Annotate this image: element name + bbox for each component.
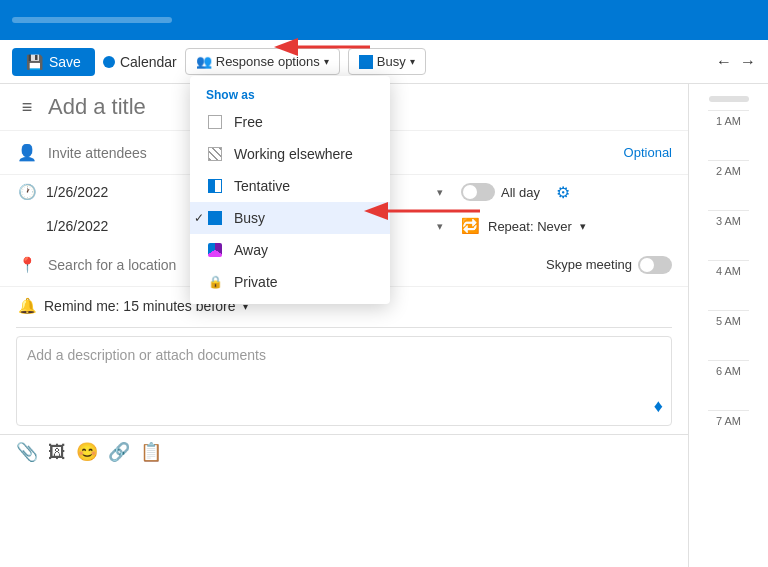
title-icon: ≡ (16, 96, 38, 118)
optional-link[interactable]: Optional (624, 145, 672, 160)
calendar-dot (103, 56, 115, 68)
skype-toggle-track[interactable] (638, 256, 672, 274)
description-placeholder: Add a description or attach documents (27, 347, 266, 363)
bottom-toolbar: 📎 🖼 😊 🔗 📋 (0, 434, 688, 469)
busy-chevron-icon: ▾ (410, 56, 415, 67)
tentative-label: Tentative (234, 178, 290, 194)
dropdown-item-free[interactable]: Free (190, 106, 390, 138)
response-icon: 👥 (196, 54, 212, 69)
away-icon (206, 241, 224, 259)
skype-toggle-row: Skype meeting (546, 256, 672, 274)
save-button[interactable]: 💾 Save (12, 48, 95, 76)
more-icon[interactable]: 📋 (140, 441, 162, 463)
nav-back-button[interactable]: ← (716, 53, 732, 71)
right-time-panel: 1 AM 2 AM 3 AM 4 AM 5 AM 6 AM 7 AM (688, 84, 768, 567)
working-label: Working elsewhere (234, 146, 353, 162)
busy-label: Busy (377, 54, 406, 69)
time-slot-4am: 4 AM (708, 260, 749, 310)
red-arrow-toolbar (260, 32, 380, 62)
nav-forward-button[interactable]: → (740, 53, 756, 71)
attach-icon[interactable]: 📎 (16, 441, 38, 463)
dropdown-header: Show as (190, 82, 390, 106)
save-label: Save (49, 54, 81, 70)
time-slot-7am: 7 AM (708, 410, 749, 460)
calendar-indicator: Calendar (103, 54, 177, 70)
all-day-label: All day (501, 185, 540, 200)
free-label: Free (234, 114, 263, 130)
calendar-label: Calendar (120, 54, 177, 70)
settings-icon[interactable]: ⚙ (556, 183, 570, 202)
top-bar-content (12, 17, 172, 23)
save-icon: 💾 (26, 54, 43, 70)
remind-icon: 🔔 (16, 295, 38, 317)
link-icon[interactable]: 🔗 (108, 441, 130, 463)
away-label: Away (234, 242, 268, 258)
skype-toggle-thumb (640, 258, 654, 272)
show-as-dropdown: Show as Free Working elsewhere Tentative… (190, 76, 390, 304)
nav-arrows: ← → (716, 53, 756, 71)
working-icon (206, 145, 224, 163)
time-slot-1am: 1 AM (708, 110, 749, 160)
private-icon: 🔒 (206, 273, 224, 291)
diamond-icon: ♦ (654, 396, 663, 417)
description-area[interactable]: Add a description or attach documents ♦ (16, 336, 672, 426)
panel-nav (701, 92, 757, 110)
image-icon[interactable]: 🖼 (48, 442, 66, 463)
time-slot-5am: 5 AM (708, 310, 749, 360)
clock-icon: 🕐 (16, 181, 38, 203)
form-separator (16, 327, 672, 328)
busy-label-item: Busy (234, 210, 265, 226)
emoji-icon[interactable]: 😊 (76, 441, 98, 463)
time-slots-container: 1 AM 2 AM 3 AM 4 AM 5 AM 6 AM 7 AM (708, 110, 749, 460)
red-arrow-dropdown (360, 196, 490, 226)
time-slot-3am: 3 AM (708, 210, 749, 260)
dropdown-item-working[interactable]: Working elsewhere (190, 138, 390, 170)
panel-nav-bar (709, 96, 749, 102)
skype-label: Skype meeting (546, 257, 632, 272)
top-bar (0, 0, 768, 40)
attendees-icon: 👤 (16, 142, 38, 164)
free-icon (206, 113, 224, 131)
dropdown-item-private[interactable]: 🔒 Private (190, 266, 390, 298)
repeat-text: Repeat: Never (488, 219, 572, 234)
private-label: Private (234, 274, 278, 290)
time-slot-6am: 6 AM (708, 360, 749, 410)
location-icon: 📍 (16, 254, 38, 276)
dropdown-item-away[interactable]: Away (190, 234, 390, 266)
tentative-icon (206, 177, 224, 195)
repeat-chevron-icon[interactable]: ▾ (580, 220, 586, 233)
busy-icon-item (206, 209, 224, 227)
busy-checkmark: ✓ (194, 211, 204, 225)
time-slot-2am: 2 AM (708, 160, 749, 210)
